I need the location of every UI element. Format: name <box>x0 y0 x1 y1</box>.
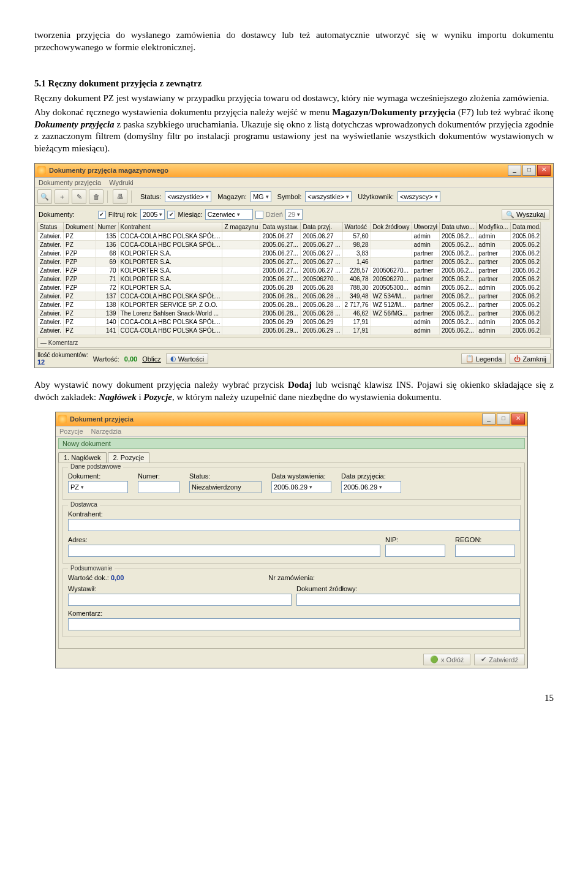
tool-edit-icon[interactable]: ✎ <box>72 189 86 204</box>
oblicz-link[interactable]: Oblicz <box>142 355 161 363</box>
filter-month-checkbox[interactable]: ✔ <box>167 211 175 219</box>
table-row[interactable]: Zatwier.PZP71KOLPORTER S.A.2005.06.27...… <box>38 275 541 284</box>
document-label: Dokument: <box>68 472 128 480</box>
long-paragraph: Aby dokonać ręcznego wystawienia dokumen… <box>34 107 554 154</box>
column-header[interactable]: Dok źródłowy <box>371 222 412 232</box>
comment-input[interactable] <box>68 618 520 630</box>
column-header[interactable]: Modyfiko... <box>477 222 510 232</box>
table-row[interactable]: Zatwier.PZP68KOLPORTER S.A.2005.06.27...… <box>38 249 541 258</box>
contractor-input[interactable] <box>68 519 520 531</box>
app-icon <box>58 415 67 423</box>
month-dropdown[interactable]: Czerwiec <box>205 209 253 220</box>
date-issued-input[interactable]: 2005.06.29 <box>271 481 331 493</box>
contractor-label: Kontrahent: <box>68 510 515 518</box>
tab-header[interactable]: 1. Nagłówek <box>58 452 107 463</box>
table-row[interactable]: Zatwier.PZ141COCA-COLA HBC POLSKA SPÓŁ..… <box>38 327 541 335</box>
menu-prints[interactable]: Wydruki <box>109 179 134 186</box>
date-received-input[interactable]: 2005.06.29 <box>341 481 401 493</box>
window-title: Dokumenty przyjęcia magazynowego <box>49 167 168 174</box>
menu-narzedzia[interactable]: Narzędzia <box>91 428 122 435</box>
tool-add-icon[interactable]: ＋ <box>55 189 69 204</box>
column-header[interactable]: Data utwo... <box>439 222 476 232</box>
column-header[interactable]: Z magazynu <box>222 222 260 232</box>
fieldset-basic-data: Dane podstawowe Dokument:PZ Numer: Statu… <box>62 467 521 500</box>
magazyn-dropdown[interactable]: MG <box>251 191 271 202</box>
status-label: Status: <box>189 472 262 480</box>
maximize-button[interactable]: □ <box>522 165 536 176</box>
column-header[interactable]: Utworzył <box>412 222 439 232</box>
intro-paragraph: tworzenia przyjęcia do wysłanego zamówie… <box>34 29 554 53</box>
section-heading: 5.1 Ręczny dokument przyjęcia z zewnątrz <box>34 78 554 90</box>
issued-by-input[interactable] <box>68 594 292 606</box>
column-header[interactable]: Wartość <box>342 222 371 232</box>
column-header[interactable]: Numer <box>96 222 118 232</box>
doc-value-label: Wartość dok.: <box>68 574 109 581</box>
filter-year-checkbox[interactable]: ✔ <box>98 211 106 219</box>
nip-input[interactable] <box>385 545 445 557</box>
nip-label: NIP: <box>385 536 445 543</box>
titlebar[interactable]: Dokument przyjęcia _ □ ✕ <box>56 412 527 426</box>
user-dropdown[interactable]: <wszyscy> <box>398 191 440 202</box>
minimize-button[interactable]: _ <box>508 165 521 176</box>
column-header[interactable]: Dokument <box>64 222 96 232</box>
table-row[interactable]: Zatwier.PZ138KOLPORTER SERVICE SP. Z O.O… <box>38 301 541 309</box>
wartosci-button[interactable]: ◐Wartości <box>166 353 208 364</box>
menubar[interactable]: Pozycje Narzędzia <box>56 426 527 437</box>
number-input[interactable] <box>138 481 179 493</box>
day-dropdown[interactable]: 29 <box>285 209 303 220</box>
zatwierdz-button[interactable]: ✔ Zatwierdź <box>474 654 525 665</box>
regon-input[interactable] <box>455 545 515 557</box>
legenda-button[interactable]: 📋 Legenda <box>461 353 507 364</box>
documents-table[interactable]: StatusDokumentNumerKontrahentZ magazynuD… <box>37 222 540 335</box>
symbol-dropdown[interactable]: <wszystkie> <box>305 191 352 202</box>
status-value: Niezatwierdzony <box>189 481 262 493</box>
close-button[interactable]: ✕ <box>537 165 551 176</box>
window-title: Dokument przyjęcia <box>70 415 134 423</box>
table-row[interactable]: Zatwier.PZ137COCA-COLA HBC POLSKA SPÓŁ..… <box>38 292 541 301</box>
scrollbar[interactable] <box>540 222 551 335</box>
number-label: Numer: <box>138 472 179 480</box>
regon-label: REGON: <box>455 536 515 543</box>
year-dropdown[interactable]: 2005 <box>140 209 165 220</box>
tool-delete-icon[interactable]: 🗑 <box>89 189 104 204</box>
maximize-button[interactable]: □ <box>497 414 510 425</box>
date-issued-label: Data wystawienia: <box>271 472 331 480</box>
toolbar: 🔍 ＋ ✎ 🗑 🖶 Status: <wszystkie> Magazyn: M… <box>35 188 553 206</box>
minimize-button[interactable]: _ <box>482 414 496 425</box>
symbol-label: Symbol: <box>277 193 302 200</box>
para-add-doc: Aby wystawić nowy dokument przyjęcia nal… <box>34 379 554 403</box>
table-row[interactable]: Zatwier.PZP70KOLPORTER S.A.2005.06.27...… <box>38 266 541 275</box>
tab-positions[interactable]: 2. Pozycje <box>108 452 150 463</box>
table-row[interactable]: Zatwier.PZP69KOLPORTER S.A.2005.06.27...… <box>38 258 541 266</box>
column-header[interactable]: Status <box>38 222 64 232</box>
menubar[interactable]: Dokumenty przyjęcia Wydruki <box>35 178 553 188</box>
window-document-receipt: Dokument przyjęcia _ □ ✕ Pozycje Narzędz… <box>55 412 528 668</box>
menu-pozycje[interactable]: Pozycje <box>59 428 83 435</box>
menu-documents[interactable]: Dokumenty przyjęcia <box>39 179 101 186</box>
odloz-button[interactable]: 🟢 x Odłóż <box>423 654 470 665</box>
table-row[interactable]: Zatwier.PZ136COCA-COLA HBC POLSKA SPÓŁ..… <box>38 241 541 249</box>
titlebar[interactable]: Dokumenty przyjęcia magazynowego _ □ ✕ <box>35 164 553 178</box>
zamknij-button[interactable]: ⏻ Zamknij <box>510 353 551 364</box>
wartosc-value: 0,00 <box>124 355 137 363</box>
column-header[interactable]: Kontrahent <box>118 222 222 232</box>
table-row[interactable]: Zatwier.PZ139The Lorenz Bahlsen Snack-Wo… <box>38 309 541 318</box>
source-doc-input[interactable] <box>296 594 520 606</box>
status-dropdown[interactable]: <wszystkie> <box>165 191 211 202</box>
search-button[interactable]: 🔍 Wyszukaj <box>502 210 549 220</box>
column-header[interactable]: Data wystaw. <box>260 222 301 232</box>
doc-value: 0,00 <box>111 574 124 581</box>
address-input[interactable] <box>68 545 380 557</box>
document-dropdown[interactable]: PZ <box>68 481 128 493</box>
table-row[interactable]: Zatwier.PZ140COCA-COLA HBC POLSKA SPÓŁ..… <box>38 318 541 327</box>
filter-day-checkbox[interactable] <box>255 211 263 219</box>
table-row[interactable]: Zatwier.PZ135COCA-COLA HBC POLSKA SPÓŁ..… <box>38 232 541 241</box>
magazyn-label: Magazyn: <box>217 193 247 200</box>
app-icon <box>37 166 46 175</box>
tool-print-icon[interactable]: 🖶 <box>113 189 127 204</box>
column-header[interactable]: Data przyj. <box>301 222 342 232</box>
close-button[interactable]: ✕ <box>511 414 525 425</box>
table-row[interactable]: Zatwier.PZP72KOLPORTER S.A.2005.06.28200… <box>38 284 541 292</box>
tool-search-icon[interactable]: 🔍 <box>37 189 52 204</box>
column-header[interactable]: Data mod... <box>510 222 540 232</box>
